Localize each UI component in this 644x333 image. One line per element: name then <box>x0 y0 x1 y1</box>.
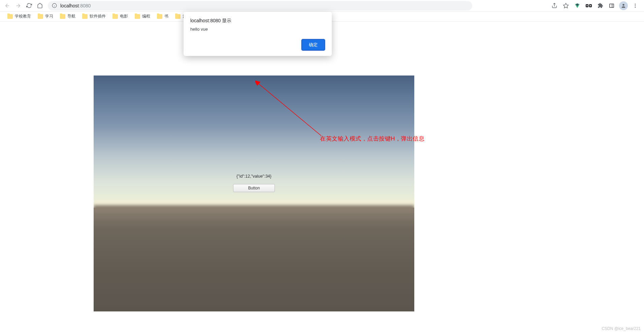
back-button[interactable] <box>3 1 12 10</box>
site-info-icon[interactable] <box>52 3 57 8</box>
url-host: localhost <box>60 3 79 8</box>
vue-devtools-icon[interactable] <box>573 2 581 10</box>
home-button[interactable] <box>35 1 44 10</box>
bookmark-label: 编程 <box>142 13 150 19</box>
reload-button[interactable] <box>24 1 34 10</box>
folder-icon <box>38 14 43 19</box>
folder-icon <box>175 14 181 19</box>
svg-marker-3 <box>564 3 569 8</box>
folder-icon <box>112 14 118 19</box>
unity-json-text: {"id":12,"value":34} <box>94 174 414 179</box>
extensions-puzzle-icon[interactable] <box>596 2 604 10</box>
watermark: CSDN @ice_bear221 <box>602 326 641 331</box>
menu-icon[interactable] <box>631 2 639 10</box>
page-content: {"id":12,"value":34} Button 在英文输入模式，点击按键… <box>0 22 644 333</box>
toolbar-right <box>550 1 641 10</box>
folder-icon <box>82 14 88 19</box>
bookmark-item[interactable]: 导航 <box>58 12 77 21</box>
unity-button[interactable]: Button <box>233 184 275 192</box>
folder-icon <box>60 14 65 19</box>
alert-actions: 确定 <box>190 39 325 51</box>
forward-button[interactable] <box>13 1 23 10</box>
url-text: localhost:8080 <box>60 3 91 8</box>
bookmark-item[interactable]: 软件插件 <box>80 12 108 21</box>
js-alert-dialog: localhost:8080 显示 hello vue 确定 <box>184 12 332 56</box>
bookmark-label: 软件插件 <box>90 13 106 19</box>
annotation-text: 在英文输入模式，点击按键H，弹出信息 <box>320 135 424 143</box>
url-port: :8080 <box>79 3 91 8</box>
bookmark-item[interactable]: 学校教育 <box>5 12 33 21</box>
svg-point-13 <box>635 7 636 8</box>
bookmark-label: 书 <box>164 13 168 19</box>
bookmark-item[interactable]: 编程 <box>133 12 152 21</box>
svg-point-10 <box>622 4 624 5</box>
unity-ground <box>94 208 414 311</box>
svg-point-6 <box>586 5 588 6</box>
alert-message: hello vue <box>190 27 325 32</box>
unity-canvas[interactable]: {"id":12,"value":34} Button <box>94 75 414 311</box>
browser-toolbar: localhost:8080 <box>0 0 644 11</box>
bookmark-item[interactable]: 电影 <box>110 12 130 21</box>
alert-ok-button[interactable]: 确定 <box>301 39 325 51</box>
share-icon[interactable] <box>550 2 558 10</box>
side-panel-icon[interactable] <box>608 2 616 10</box>
unity-ground-blur <box>94 205 414 212</box>
svg-point-12 <box>635 5 636 6</box>
folder-icon <box>135 14 140 19</box>
svg-point-11 <box>635 4 636 5</box>
bookmark-star-icon[interactable] <box>562 2 570 10</box>
bookmark-label: 学校教育 <box>15 13 31 19</box>
bookmark-item[interactable]: 书 <box>155 12 170 21</box>
bookmark-label: 学习 <box>45 13 53 19</box>
profile-avatar[interactable] <box>619 1 628 10</box>
folder-icon <box>7 14 13 19</box>
bookmark-label: 电影 <box>120 13 128 19</box>
alert-title: localhost:8080 显示 <box>190 18 325 24</box>
svg-rect-8 <box>610 4 614 7</box>
bookmark-item[interactable]: 学习 <box>36 12 55 21</box>
folder-icon <box>157 14 162 19</box>
svg-point-7 <box>590 5 591 6</box>
extension-icon[interactable] <box>585 2 593 10</box>
bookmark-label: 导航 <box>67 13 75 19</box>
address-bar[interactable]: localhost:8080 <box>48 1 472 10</box>
